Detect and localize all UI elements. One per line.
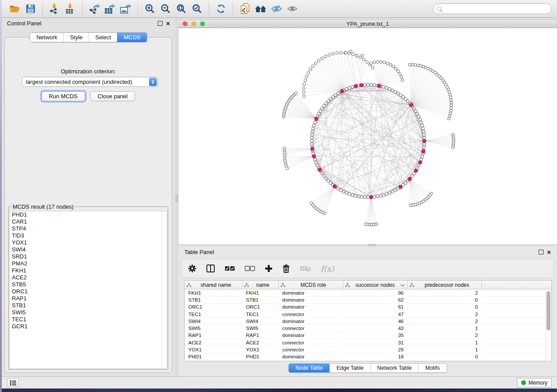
import-network-button[interactable]	[47, 2, 62, 16]
show-column-button[interactable]	[206, 264, 215, 273]
cell-shared_name: STB1	[185, 297, 242, 303]
node-table-body: FKH1FKH1dominator962STB1STB1dominator620…	[185, 289, 551, 361]
tab-edge-table[interactable]: Edge Table	[329, 364, 370, 372]
mcds-result-item[interactable]: SRD1	[10, 253, 167, 260]
cell-mcds_role: dominator	[279, 354, 343, 359]
task-list-icon	[10, 380, 17, 386]
function-builder-button[interactable]: f(x)	[321, 264, 334, 273]
show-all-button[interactable]	[284, 2, 300, 16]
cell-shared_name: YOX1	[185, 347, 242, 352]
save-session-button[interactable]	[23, 2, 38, 16]
close-panel-icon[interactable]: ×	[547, 250, 551, 254]
tab-network-table[interactable]: Network Table	[370, 364, 419, 372]
close-panel-icon[interactable]: ×	[166, 21, 170, 26]
zoom-fit-button[interactable]	[173, 2, 189, 16]
mcds-result-item[interactable]: SWI5	[10, 309, 167, 316]
mcds-result-item[interactable]: RAP1	[10, 295, 167, 302]
table-row[interactable]: YOX1YOX1connector291	[185, 346, 551, 353]
column-header-name[interactable]: name	[242, 281, 279, 289]
network-window-titlebar[interactable]: YPA_prune.txt_1	[178, 19, 557, 28]
mcds-list-scrollbar[interactable]	[161, 211, 167, 368]
mcds-result-list[interactable]: PHD1CAR1STP4TID3YOX1SWI4SRD1PMA2FKH1ACE2…	[9, 211, 167, 369]
network-graph[interactable]	[179, 28, 557, 244]
tab-style[interactable]: Style	[63, 33, 89, 42]
optimization-criterion-select[interactable]: largest connected component (undirected)	[22, 77, 158, 87]
mcds-result-item[interactable]: FKH1	[10, 267, 167, 274]
table-row[interactable]: FKH1FKH1dominator962	[185, 289, 551, 296]
open-session-button[interactable]	[7, 2, 23, 16]
delete-column-button[interactable]	[282, 264, 290, 273]
vertical-splitter[interactable]	[175, 18, 178, 376]
export-image-button[interactable]	[118, 2, 134, 16]
tab-mcds[interactable]: MCDS	[117, 33, 146, 42]
control-panel-tabs: NetworkStyleSelectMCDS	[30, 32, 147, 42]
mcds-result-item[interactable]: PMA2	[10, 260, 167, 267]
hide-selected-button[interactable]	[269, 2, 284, 16]
table-row[interactable]: PHD1PHD1dominator180	[185, 354, 551, 361]
table-row[interactable]: ACE2ACE2connector311	[185, 339, 551, 346]
network-canvas[interactable]	[178, 28, 557, 244]
task-history-button[interactable]	[7, 378, 19, 387]
cell-name: SWI4	[242, 319, 279, 324]
table-row[interactable]: TEC1TEC1connector472	[185, 311, 551, 318]
columns-icon	[206, 264, 215, 273]
table-row[interactable]: SWI4SWI4dominator462	[185, 318, 551, 325]
column-header-MCDS-role[interactable]: MCDS role	[279, 281, 343, 289]
mcds-result-item[interactable]: PHD1	[10, 211, 167, 218]
table-row[interactable]: RAP1RAP1dominator352	[185, 332, 551, 339]
mcds-result-item[interactable]: TID3	[10, 232, 167, 239]
scrollbar-thumb[interactable]	[547, 291, 550, 330]
table-scrollbar[interactable]	[545, 290, 551, 361]
select-all-columns-button[interactable]	[225, 265, 235, 272]
search-input[interactable]	[443, 5, 548, 12]
zoom-out-button[interactable]	[158, 2, 173, 16]
tab-select[interactable]: Select	[89, 33, 117, 42]
apply-layout-button[interactable]	[213, 2, 229, 16]
table-settings-button[interactable]	[188, 264, 197, 273]
cell-successor_nodes: 46	[343, 319, 408, 324]
table-row[interactable]: STB1STB1dominator620	[185, 296, 551, 303]
export-network-button[interactable]	[86, 2, 102, 16]
memory-button[interactable]: Memory	[517, 378, 552, 388]
unselect-all-columns-button[interactable]	[245, 265, 255, 272]
table-delete-icon	[300, 265, 311, 272]
mcds-result-item[interactable]: CAR1	[10, 218, 167, 225]
cell-successor_nodes: 62	[343, 297, 408, 303]
import-table-button[interactable]	[62, 2, 78, 16]
float-panel-icon[interactable]	[158, 21, 163, 26]
cell-successor_nodes: 29	[343, 347, 408, 352]
mcds-result-item[interactable]: ORC1	[10, 288, 167, 295]
mcds-result-item[interactable]: STP4	[10, 225, 167, 232]
delete-table-button[interactable]	[300, 265, 311, 272]
mcds-result-item[interactable]: TEC1	[10, 316, 167, 323]
first-neighbors-button[interactable]	[253, 2, 269, 16]
cell-name: TEC1	[242, 312, 279, 317]
export-table-button[interactable]	[102, 2, 118, 16]
mcds-result-item[interactable]: STB5	[10, 281, 167, 288]
tab-network[interactable]: Network	[30, 33, 63, 42]
cell-mcds_role: connector	[279, 340, 343, 345]
mcds-result-item[interactable]: ACE2	[10, 274, 167, 281]
tab-node-table[interactable]: Node Table	[289, 364, 329, 372]
tab-motifs[interactable]: Motifs	[418, 364, 446, 372]
table-row[interactable]: ORC1ORC1dominator610	[185, 304, 551, 311]
mcds-result-item[interactable]: GCR1	[10, 323, 167, 330]
zoom-in-button[interactable]	[142, 2, 158, 16]
run-mcds-button[interactable]: Run MCDS	[42, 91, 85, 101]
mcds-result-item[interactable]: SWI4	[10, 246, 167, 253]
create-column-button[interactable]	[265, 265, 273, 272]
column-type-icon	[187, 283, 191, 287]
splitter-grip[interactable]	[176, 195, 178, 202]
sort-chevron-icon	[401, 282, 405, 286]
column-header-predecessor-nodes[interactable]: predecessor nodes	[408, 281, 482, 289]
clone-network-button[interactable]	[237, 2, 253, 16]
float-panel-icon[interactable]	[539, 250, 543, 254]
close-panel-button[interactable]: Close panel	[90, 91, 135, 101]
column-header-successor-nodes[interactable]: successor nodes	[343, 281, 408, 289]
zoom-selected-button[interactable]	[189, 2, 205, 16]
cell-shared_name: ACE2	[185, 340, 242, 345]
mcds-result-item[interactable]: YOX1	[10, 239, 167, 246]
table-row[interactable]: SWI5SWI5connector431	[185, 325, 551, 332]
column-header-shared-name[interactable]: shared name	[185, 281, 242, 289]
mcds-result-item[interactable]: STB1	[10, 302, 167, 309]
